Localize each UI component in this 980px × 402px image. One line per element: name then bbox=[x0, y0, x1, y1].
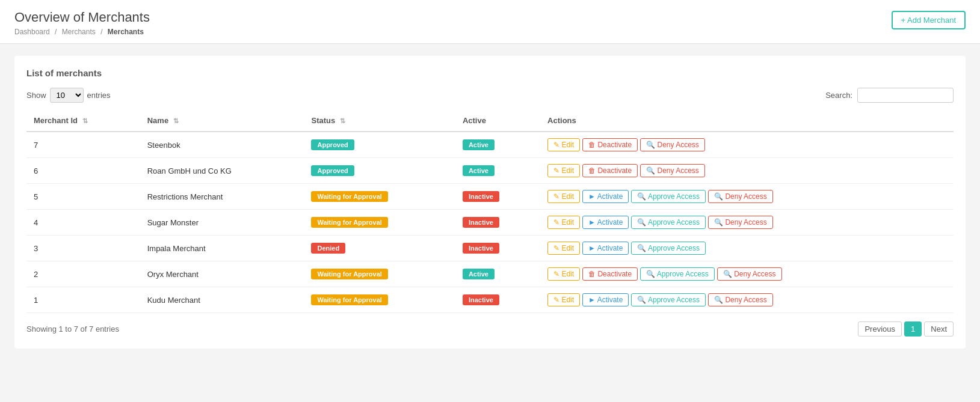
table-row: 7SteenbokApprovedActive✎ Edit🗑 Deactivat… bbox=[26, 132, 954, 158]
page-title: Overview of Merchants bbox=[14, 10, 966, 25]
activate-button[interactable]: ► Activate bbox=[582, 242, 629, 255]
active-badge: Active bbox=[463, 269, 495, 279]
approve-button[interactable]: 🔍 Approve Access bbox=[640, 267, 715, 281]
active-badge: Inactive bbox=[463, 294, 499, 305]
pagination: Previous 1 Next bbox=[858, 321, 954, 337]
search-box: Search: bbox=[825, 88, 954, 103]
main-content: List of merchants Show 10 25 50 100 entr… bbox=[0, 44, 980, 361]
deactivate-button[interactable]: 🗑 Deactivate bbox=[582, 138, 638, 151]
approve-button[interactable]: 🔍 Approve Access bbox=[631, 242, 706, 255]
cell-status: Waiting for Approval bbox=[304, 184, 455, 210]
table-row: 5Restrictions MerchantWaiting for Approv… bbox=[26, 184, 954, 210]
cell-actions: ✎ Edit🗑 Deactivate🔍 Deny Access bbox=[540, 158, 954, 184]
table-header: Merchant Id ⇅ Name ⇅ Status ⇅ Active bbox=[26, 110, 954, 132]
active-badge: Active bbox=[463, 165, 495, 176]
deny-button[interactable]: 🔍 Deny Access bbox=[708, 293, 773, 306]
deny-button[interactable]: 🔍 Deny Access bbox=[717, 267, 782, 281]
cell-status: Denied bbox=[304, 236, 455, 261]
next-button[interactable]: Next bbox=[924, 321, 954, 337]
showing-entries: Showing 1 to 7 of 7 entries bbox=[26, 324, 119, 333]
approve-button[interactable]: 🔍 Approve Access bbox=[631, 293, 706, 306]
status-badge: Approved bbox=[311, 165, 354, 176]
approve-button[interactable]: 🔍 Approve Access bbox=[631, 190, 706, 203]
cell-merchant-id: 6 bbox=[26, 158, 140, 184]
cell-name: Kudu Merchant bbox=[140, 287, 304, 313]
breadcrumb-merchants[interactable]: Merchants bbox=[62, 28, 96, 36]
edit-button[interactable]: ✎ Edit bbox=[547, 216, 580, 229]
edit-button[interactable]: ✎ Edit bbox=[547, 293, 580, 306]
deactivate-button[interactable]: 🗑 Deactivate bbox=[582, 267, 638, 281]
edit-button[interactable]: ✎ Edit bbox=[547, 164, 580, 177]
status-badge: Approved bbox=[311, 139, 354, 150]
cell-merchant-id: 3 bbox=[26, 236, 140, 261]
deny-button[interactable]: 🔍 Deny Access bbox=[640, 138, 705, 151]
cell-merchant-id: 5 bbox=[26, 184, 140, 210]
breadcrumb-dashboard[interactable]: Dashboard bbox=[14, 28, 50, 36]
prev-button[interactable]: Previous bbox=[858, 321, 902, 337]
active-badge: Inactive bbox=[463, 243, 499, 254]
sort-icon-merchant-id: ⇅ bbox=[82, 117, 88, 124]
edit-button[interactable]: ✎ Edit bbox=[547, 242, 580, 255]
col-merchant-id[interactable]: Merchant Id ⇅ bbox=[26, 110, 140, 132]
active-badge: Inactive bbox=[463, 191, 499, 202]
cell-active: Inactive bbox=[455, 287, 540, 313]
cell-name: Steenbok bbox=[140, 132, 304, 158]
show-entries-control: Show 10 25 50 100 entries bbox=[26, 88, 111, 103]
activate-button[interactable]: ► Activate bbox=[582, 293, 629, 306]
table-row: 3Impala MerchantDeniedInactive✎ Edit► Ac… bbox=[26, 236, 954, 261]
sort-icon-status: ⇅ bbox=[340, 117, 345, 124]
cell-merchant-id: 4 bbox=[26, 210, 140, 236]
merchants-table: Merchant Id ⇅ Name ⇅ Status ⇅ Active bbox=[26, 110, 954, 313]
cell-status: Waiting for Approval bbox=[304, 261, 455, 287]
breadcrumb: Dashboard / Merchants / Merchants bbox=[14, 28, 966, 36]
col-active[interactable]: Active bbox=[455, 110, 540, 132]
entries-label: entries bbox=[87, 91, 111, 100]
breadcrumb-sep-1: / bbox=[55, 28, 57, 36]
table-controls: Show 10 25 50 100 entries Search: bbox=[26, 88, 954, 103]
entries-select[interactable]: 10 25 50 100 bbox=[50, 88, 84, 103]
table-row: 6Roan GmbH und Co KGApprovedActive✎ Edit… bbox=[26, 158, 954, 184]
edit-button[interactable]: ✎ Edit bbox=[547, 190, 580, 203]
cell-status: Waiting for Approval bbox=[304, 287, 455, 313]
cell-name: Impala Merchant bbox=[140, 236, 304, 261]
deactivate-button[interactable]: 🗑 Deactivate bbox=[582, 164, 638, 177]
card-title: List of merchants bbox=[26, 68, 954, 78]
deny-button[interactable]: 🔍 Deny Access bbox=[640, 164, 705, 177]
edit-button[interactable]: ✎ Edit bbox=[547, 138, 580, 151]
cell-active: Active bbox=[455, 261, 540, 287]
active-badge: Active bbox=[463, 139, 495, 150]
breadcrumb-sep-2: / bbox=[100, 28, 102, 36]
show-label: Show bbox=[26, 91, 46, 100]
cell-active: Active bbox=[455, 158, 540, 184]
edit-button[interactable]: ✎ Edit bbox=[547, 267, 580, 281]
table-body: 7SteenbokApprovedActive✎ Edit🗑 Deactivat… bbox=[26, 132, 954, 313]
deny-button[interactable]: 🔍 Deny Access bbox=[708, 190, 773, 203]
add-merchant-button[interactable]: + Add Merchant bbox=[892, 11, 966, 29]
cell-name: Sugar Monster bbox=[140, 210, 304, 236]
actions-group: ✎ Edit🗑 Deactivate🔍 Approve Access🔍 Deny… bbox=[547, 267, 946, 281]
cell-status: Approved bbox=[304, 132, 455, 158]
cell-status: Waiting for Approval bbox=[304, 210, 455, 236]
actions-group: ✎ Edit► Activate🔍 Approve Access🔍 Deny A… bbox=[547, 293, 946, 306]
activate-button[interactable]: ► Activate bbox=[582, 190, 629, 203]
actions-group: ✎ Edit► Activate🔍 Approve Access bbox=[547, 242, 946, 255]
cell-active: Active bbox=[455, 132, 540, 158]
cell-active: Inactive bbox=[455, 184, 540, 210]
sort-icon-name: ⇅ bbox=[173, 117, 179, 124]
actions-group: ✎ Edit🗑 Deactivate🔍 Deny Access bbox=[547, 138, 946, 151]
activate-button[interactable]: ► Activate bbox=[582, 216, 629, 229]
cell-active: Inactive bbox=[455, 236, 540, 261]
cell-merchant-id: 7 bbox=[26, 132, 140, 158]
table-row: 4Sugar MonsterWaiting for ApprovalInacti… bbox=[26, 210, 954, 236]
cell-merchant-id: 1 bbox=[26, 287, 140, 313]
cell-actions: ✎ Edit► Activate🔍 Approve Access🔍 Deny A… bbox=[540, 210, 954, 236]
actions-group: ✎ Edit► Activate🔍 Approve Access🔍 Deny A… bbox=[547, 216, 946, 229]
col-status[interactable]: Status ⇅ bbox=[304, 110, 455, 132]
deny-button[interactable]: 🔍 Deny Access bbox=[708, 216, 773, 229]
page-1-button[interactable]: 1 bbox=[904, 321, 922, 337]
status-badge: Waiting for Approval bbox=[311, 269, 387, 279]
status-badge: Waiting for Approval bbox=[311, 191, 387, 202]
search-input[interactable] bbox=[857, 88, 954, 103]
approve-button[interactable]: 🔍 Approve Access bbox=[631, 216, 706, 229]
col-name[interactable]: Name ⇅ bbox=[140, 110, 304, 132]
